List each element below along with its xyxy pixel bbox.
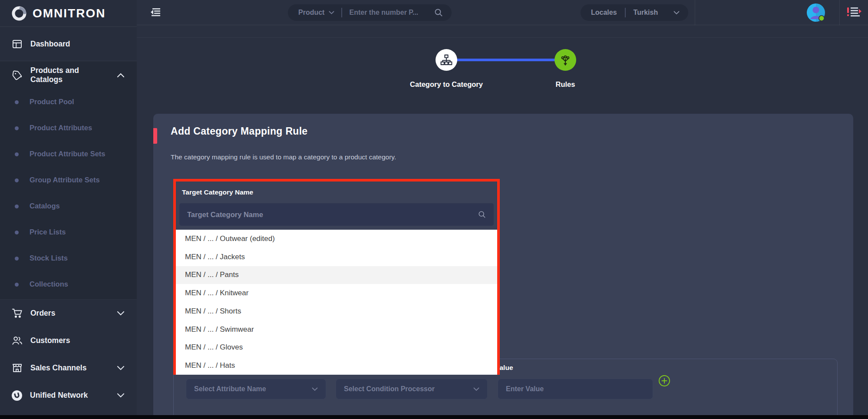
sidebar-item-label: Customers — [30, 336, 70, 345]
category-option-label: MEN / ... / Gloves — [185, 343, 243, 352]
bullet-icon — [15, 178, 19, 182]
sidebar-item-label: Unified Network — [30, 391, 88, 400]
breadcrumb-strip — [137, 25, 868, 38]
branch-icon — [559, 54, 571, 66]
global-search: Product — [288, 4, 452, 21]
sidebar-subitem[interactable]: Product Attribute Sets — [0, 141, 137, 167]
sidebar-item-label: Orders — [30, 309, 55, 318]
sidebar-subitem-label: Collections — [30, 279, 68, 290]
chevron-down-icon — [329, 11, 334, 14]
sidebar-subitem-label: Product Attribute Sets — [30, 149, 105, 159]
category-option[interactable]: MEN / ... / Swimwear — [176, 320, 497, 339]
avatar[interactable] — [806, 3, 825, 22]
chevron-down-icon — [312, 387, 318, 391]
sidebar-item-dashboard[interactable]: Dashboard — [0, 27, 137, 61]
chevron-up-icon — [117, 73, 125, 78]
category-option-label: MEN / ... / Pants — [185, 271, 239, 279]
condition-processor-select[interactable]: Select Condition Processor — [336, 379, 488, 399]
brand-logo-icon — [11, 6, 27, 21]
category-option[interactable]: MEN / ... / Outwear (edited) — [176, 230, 497, 248]
sidebar-collapse-icon[interactable] — [149, 7, 163, 19]
sidebar-submenu: Product Pool Product Attributes Product … — [0, 89, 137, 299]
step-label: Rules — [531, 80, 600, 89]
category-option[interactable]: MEN / ... / Pants — [176, 266, 497, 284]
chevron-down-icon — [117, 393, 125, 398]
store-icon — [11, 362, 23, 374]
chevron-down-icon — [673, 11, 680, 15]
step-label: Category to Category — [381, 80, 512, 89]
step-category-to-category[interactable] — [436, 49, 457, 71]
search-icon — [478, 211, 486, 218]
dashboard-icon — [11, 38, 23, 50]
locales-select[interactable]: Locales Turkish — [581, 4, 688, 21]
bullet-icon — [15, 283, 19, 287]
search-input[interactable] — [349, 9, 430, 16]
alert-list-icon[interactable] — [845, 6, 863, 19]
category-option[interactable]: MEN / ... / Hats — [176, 356, 497, 375]
sidebar-item-products-and-catalogs[interactable]: Products and Catalogs — [0, 61, 137, 89]
sidebar-subitem[interactable]: Product Attributes — [0, 115, 137, 141]
target-category-label: Target Category Name — [182, 188, 253, 196]
attribute-name-select[interactable]: Select Attribute Name — [186, 379, 326, 399]
value-input[interactable] — [506, 385, 645, 393]
brand-name: OMNITRON — [33, 7, 106, 20]
category-option-label: MEN / ... / Swimwear — [185, 325, 254, 334]
category-option[interactable]: MEN / ... / Gloves — [176, 339, 497, 357]
stepper-connector — [456, 59, 556, 61]
sidebar-item-unified-network[interactable]: Unified Network — [0, 382, 137, 409]
divider — [341, 8, 342, 17]
sidebar-subitem-label: Stock Lists — [30, 253, 68, 264]
sidebar-item-orders[interactable]: Orders — [0, 300, 137, 327]
locales-label: Locales — [591, 9, 617, 16]
sidebar-item-label: Dashboard — [30, 40, 70, 49]
bullet-icon — [15, 205, 19, 208]
sidebar-subitem-label: Catalogs — [30, 201, 60, 211]
add-condition-button[interactable] — [658, 375, 670, 387]
sidebar-item-sales-channels[interactable]: Sales Channels — [0, 354, 137, 382]
sidebar: OMNITRON Dashboard Products and Catalogs — [0, 0, 137, 419]
locale-value: Turkish — [634, 9, 658, 16]
target-category-input[interactable] — [187, 211, 474, 219]
divider — [839, 0, 840, 25]
category-option-label: MEN / ... / Hats — [185, 361, 235, 370]
category-option[interactable]: MEN / ... / Jackets — [176, 248, 497, 266]
sidebar-subitem[interactable]: Collections — [0, 271, 137, 297]
category-option-label: MEN / ... / Knitwear — [185, 289, 248, 297]
divider — [695, 0, 695, 25]
category-option[interactable]: MEN / ... / Knitwear — [176, 284, 497, 302]
sidebar-subitem-label: Product Attributes — [30, 123, 92, 133]
users-icon — [11, 335, 23, 346]
bullet-icon — [15, 126, 19, 130]
category-option-label: MEN / ... / Jackets — [185, 253, 245, 261]
page-description: The category mapping rule is used to map… — [171, 153, 396, 161]
sidebar-subitem-label: Price Lists — [30, 227, 66, 238]
category-options-list: MEN / ... / Outwear (edited) MEN / ... /… — [176, 230, 497, 375]
sidebar-item-label: Products and Catalogs — [30, 66, 109, 84]
sidebar-subitem[interactable]: Group Attribute Sets — [0, 167, 137, 193]
sidebar-subitem[interactable]: Product Pool — [0, 89, 137, 115]
category-option[interactable]: MEN / ... / Shorts — [176, 302, 497, 320]
sidebar-item-customers[interactable]: Customers — [0, 327, 137, 354]
top-bar: Product Locales Turkish — [137, 0, 868, 25]
cart-icon — [11, 307, 23, 319]
category-option-label: MEN / ... / Outwear (edited) — [185, 234, 275, 243]
sidebar-subitem[interactable]: Catalogs — [0, 193, 137, 219]
sidebar-products-section: Products and Catalogs Product Pool Produ… — [0, 61, 137, 300]
search-icon[interactable] — [434, 8, 443, 17]
step-rules[interactable] — [554, 49, 576, 71]
page-title: Add Category Mapping Rule — [171, 125, 307, 137]
sidebar-subitem[interactable]: Price Lists — [0, 219, 137, 245]
sidebar-subitem-label: Product Pool — [30, 97, 74, 107]
value-input-wrap — [498, 379, 653, 399]
sidebar-subitem[interactable]: Stock Lists — [0, 245, 137, 271]
bottom-edge — [0, 415, 868, 419]
bullet-icon — [15, 152, 19, 156]
chevron-down-icon — [473, 387, 479, 391]
condition-processor-placeholder: Select Condition Processor — [344, 385, 435, 393]
brand-logo[interactable]: OMNITRON — [0, 0, 137, 27]
annotation-red-box: Target Category Name MEN / ... / Outwear… — [173, 179, 500, 375]
target-category-search — [179, 203, 494, 226]
sidebar-item-label: Sales Channels — [30, 363, 86, 373]
search-scope-select[interactable]: Product — [298, 9, 324, 16]
bullet-icon — [15, 100, 19, 104]
